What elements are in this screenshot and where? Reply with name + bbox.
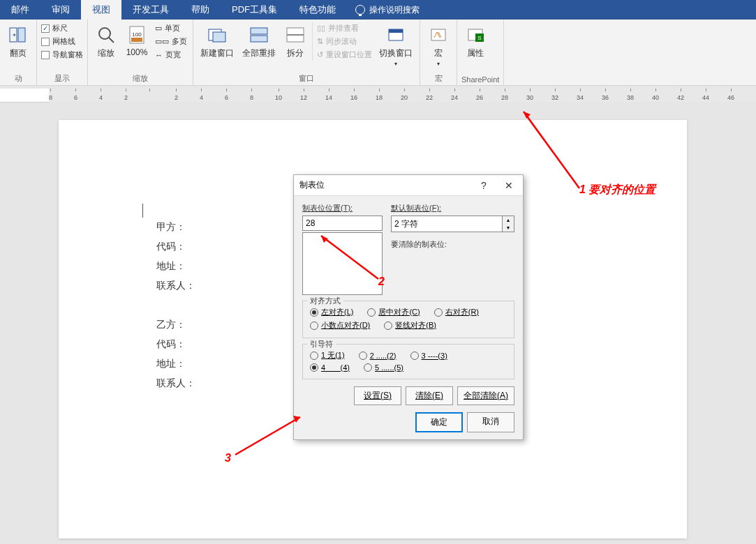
group-nav-label: 动 bbox=[4, 72, 32, 84]
sharepoint-icon: S bbox=[464, 24, 487, 46]
new-window-button[interactable]: 新建窗口 bbox=[198, 22, 237, 61]
tab-developer[interactable]: 开发工具 bbox=[121, 0, 180, 20]
tab-view[interactable]: 视图 bbox=[81, 0, 121, 20]
split-icon bbox=[284, 24, 306, 46]
document-line[interactable]: 代码： bbox=[156, 335, 195, 354]
dialog-close-button[interactable]: ✕ bbox=[501, 180, 517, 191]
align-decimal-radio[interactable]: 小数点对齐(D) bbox=[310, 320, 370, 331]
horizontal-ruler[interactable]: 8642246810121416182022242628303234363840… bbox=[49, 89, 756, 103]
checkbox-navpane[interactable]: 导航窗格 bbox=[41, 49, 83, 61]
flip-page-button[interactable]: 翻页 bbox=[4, 22, 32, 61]
ok-button[interactable]: 确定 bbox=[415, 412, 463, 432]
sync-scroll-icon: ⇅ bbox=[317, 37, 323, 46]
spin-down-button[interactable]: ▼ bbox=[503, 224, 514, 232]
dialog-title: 制表位 bbox=[299, 179, 325, 191]
svg-text:S: S bbox=[477, 35, 481, 41]
ribbon: 翻页 动 ✓标尺 网格线 导航窗格 显示 缩放 100 bbox=[0, 20, 756, 86]
switch-window-icon bbox=[385, 24, 407, 46]
switch-window-button[interactable]: 切换窗口 ▾ bbox=[376, 22, 415, 68]
properties-button[interactable]: S 属性 bbox=[461, 22, 489, 61]
clear-all-button[interactable]: 全部清除(A) bbox=[457, 386, 514, 405]
multi-page-icon: ▭▭ bbox=[155, 37, 169, 46]
dialog-titlebar[interactable]: 制表位 ? ✕ bbox=[294, 175, 523, 196]
reset-pos-icon: ↺ bbox=[317, 50, 323, 59]
chevron-down-icon: ▾ bbox=[437, 61, 440, 67]
page-width-icon: ↔ bbox=[155, 51, 163, 59]
default-tab-input[interactable] bbox=[391, 216, 503, 232]
document-line[interactable] bbox=[156, 296, 195, 315]
page-100-icon: 100 bbox=[126, 24, 148, 46]
zoom-100-button[interactable]: 100 100% bbox=[123, 22, 151, 59]
svg-text:100: 100 bbox=[132, 31, 142, 38]
arrange-icon bbox=[248, 24, 270, 46]
side-by-side-button: ▯▯并排查看 bbox=[316, 22, 373, 34]
align-center-radio[interactable]: 居中对齐(C) bbox=[367, 307, 420, 317]
zoom-button[interactable]: 缩放 bbox=[92, 22, 120, 61]
leader-dashes-radio[interactable]: 3 ----(3) bbox=[410, 350, 447, 361]
tab-special[interactable]: 特色功能 bbox=[288, 0, 347, 20]
leader-underscore-radio[interactable]: 4 ___(4) bbox=[310, 363, 350, 372]
leader-legend: 引导符 bbox=[307, 339, 336, 349]
one-page-icon: ▭ bbox=[155, 24, 162, 33]
checkbox-gridlines[interactable]: 网格线 bbox=[41, 36, 83, 47]
magnifier-icon bbox=[95, 24, 117, 46]
tab-review[interactable]: 审阅 bbox=[40, 0, 81, 20]
set-button[interactable]: 设置(S) bbox=[354, 386, 401, 405]
svg-rect-8 bbox=[213, 32, 225, 42]
group-macro: 宏 ▾ 宏 bbox=[420, 20, 457, 85]
svg-rect-9 bbox=[251, 28, 267, 34]
align-left-radio[interactable]: 左对齐(L) bbox=[310, 307, 353, 317]
document-line[interactable]: 联系人： bbox=[156, 374, 195, 393]
group-sharepoint: S 属性 SharePoint bbox=[457, 20, 504, 85]
tab-positions-list[interactable] bbox=[302, 232, 383, 295]
group-window: 新建窗口 全部重排 拆分 ▯▯并排查看 ⇅同步滚动 ↺重设窗口位置 切换窗口 ▾… bbox=[193, 20, 420, 85]
leader-none-radio[interactable]: 1 无(1) bbox=[310, 350, 345, 361]
document-line[interactable]: 地址： bbox=[156, 354, 195, 374]
one-page-button[interactable]: ▭单页 bbox=[154, 22, 188, 34]
group-macro-label: 宏 bbox=[424, 72, 452, 84]
cancel-button[interactable]: 取消 bbox=[467, 412, 514, 432]
tell-me-search[interactable]: 操作说明搜索 bbox=[347, 0, 428, 20]
chevron-down-icon: ▾ bbox=[394, 61, 397, 67]
group-zoom: 缩放 100 100% ▭单页 ▭▭多页 ↔页宽 缩放 bbox=[88, 20, 193, 85]
macro-button[interactable]: 宏 ▾ bbox=[424, 22, 452, 68]
alignment-fieldset: 对齐方式 左对齐(L) 居中对齐(C) 右对齐(R) 小数点对齐(D) 竖线对齐… bbox=[302, 301, 514, 338]
group-sp-label: SharePoint bbox=[461, 74, 499, 84]
leader-dots-radio[interactable]: 2 .....(2) bbox=[359, 350, 396, 361]
svg-point-2 bbox=[99, 28, 110, 39]
tell-me-label: 操作说明搜索 bbox=[369, 4, 420, 16]
sync-scroll-button: ⇅同步滚动 bbox=[316, 36, 373, 47]
document-line[interactable]: 代码： bbox=[156, 237, 195, 257]
checkbox-ruler[interactable]: ✓标尺 bbox=[41, 22, 83, 34]
page-width-button[interactable]: ↔页宽 bbox=[154, 49, 188, 61]
tab-mail[interactable]: 邮件 bbox=[0, 0, 40, 20]
document-line[interactable]: 联系人： bbox=[156, 276, 195, 296]
leader-tinydots-radio[interactable]: 5 ......(5) bbox=[364, 363, 403, 372]
document-line[interactable]: 乙方： bbox=[156, 315, 195, 335]
clear-button[interactable]: 清除(E) bbox=[406, 386, 453, 405]
spin-up-button[interactable]: ▲ bbox=[503, 216, 514, 224]
group-zoom-label: 缩放 bbox=[92, 72, 188, 84]
leader-fieldset: 引导符 1 无(1) 2 .....(2) 3 ----(3) 4 ___(4)… bbox=[302, 344, 514, 379]
indent-marker bbox=[142, 204, 143, 218]
group-show-label: 显示 bbox=[41, 72, 83, 84]
document-line[interactable]: 地址： bbox=[156, 257, 195, 276]
document-content[interactable]: 甲方：代码：地址：联系人： 乙方：代码：地址：联系人： bbox=[156, 218, 195, 393]
svg-rect-1 bbox=[18, 28, 25, 42]
arrange-all-button[interactable]: 全部重排 bbox=[239, 22, 279, 61]
document-line[interactable]: 甲方： bbox=[156, 218, 195, 237]
align-right-radio[interactable]: 右对齐(R) bbox=[434, 307, 479, 317]
tab-position-input[interactable] bbox=[302, 216, 383, 231]
svg-rect-10 bbox=[251, 36, 267, 42]
split-button[interactable]: 拆分 bbox=[281, 22, 309, 61]
dialog-help-button[interactable]: ? bbox=[475, 180, 492, 191]
ruler-area: 8642246810121416182022242628303234363840… bbox=[0, 89, 756, 103]
svg-marker-20 bbox=[524, 112, 531, 119]
align-bar-radio[interactable]: 竖线对齐(B) bbox=[384, 320, 436, 331]
reset-pos-button: ↺重设窗口位置 bbox=[316, 49, 373, 61]
tab-help[interactable]: 帮助 bbox=[180, 0, 221, 20]
multi-page-button[interactable]: ▭▭多页 bbox=[154, 36, 188, 47]
macro-icon bbox=[427, 24, 450, 46]
side-by-side-icon: ▯▯ bbox=[317, 24, 325, 33]
tab-pdf[interactable]: PDF工具集 bbox=[221, 0, 288, 20]
